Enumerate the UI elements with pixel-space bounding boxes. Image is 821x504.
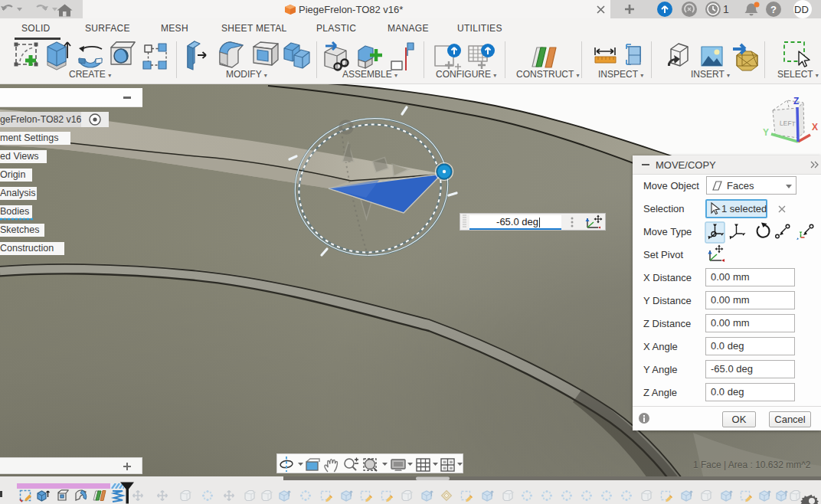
svg-text:DD: DD bbox=[794, 4, 809, 15]
svg-text:LEFT: LEFT bbox=[780, 119, 796, 128]
svg-text:?: ? bbox=[770, 4, 777, 15]
svg-text:Z: Z bbox=[793, 96, 799, 106]
svg-text:Y: Y bbox=[763, 127, 769, 138]
svg-text:1: 1 bbox=[723, 3, 729, 15]
svg-text:X: X bbox=[812, 122, 818, 133]
